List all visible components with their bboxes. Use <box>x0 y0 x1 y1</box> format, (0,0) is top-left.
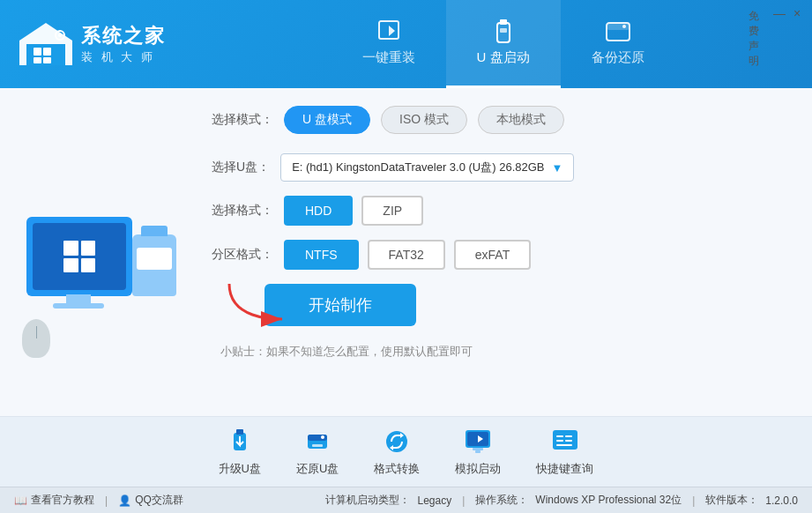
nav-tabs: 一键重装 U 盘启动 备份还原 <box>194 0 812 88</box>
format-selector-row: 选择格式： HDD ZIP <box>212 196 777 226</box>
logo-icon <box>18 21 74 67</box>
simulate-boot-label: 模拟启动 <box>455 461 501 477</box>
minimize-button[interactable]: — <box>771 5 787 21</box>
svg-marker-9 <box>389 26 395 36</box>
usb-drive-illustration <box>132 234 176 296</box>
tip-text: 小贴士：如果不知道怎么配置，使用默认配置即可 <box>220 344 777 360</box>
toolbar-simulate-boot[interactable]: 模拟启动 <box>455 428 501 477</box>
logo-subtitle: 装 机 大 师 <box>81 49 166 65</box>
partition-btn-group: NTFS FAT32 exFAT <box>284 240 531 270</box>
reinstall-icon <box>375 19 403 44</box>
partition-ntfs-button[interactable]: NTFS <box>284 240 359 270</box>
svg-rect-18 <box>236 429 243 435</box>
monitor-base <box>53 303 104 309</box>
logo-text: 系统之家 装 机 大 师 <box>81 23 166 65</box>
start-btn-row: 开始制作 <box>212 284 777 326</box>
svg-rect-37 <box>556 444 572 446</box>
toolbar-restore-usb[interactable]: 还原U盘 <box>296 428 339 477</box>
upgrade-usb-label: 升级U盘 <box>219 461 261 477</box>
restore-usb-label: 还原U盘 <box>296 461 339 477</box>
divider-1: | <box>105 494 108 507</box>
upgrade-usb-icon <box>224 428 256 456</box>
simulate-boot-icon <box>462 428 494 456</box>
backup-icon <box>604 19 632 44</box>
format-btn-group: HDD ZIP <box>284 196 423 226</box>
svg-rect-14 <box>607 23 629 30</box>
format-label: 选择格式： <box>212 203 273 219</box>
divider-2: | <box>462 494 465 507</box>
usb-selector-label: 选择U盘： <box>212 160 270 175</box>
svg-rect-11 <box>500 19 507 25</box>
windows-logo <box>63 241 95 272</box>
os-value: Windows XP Professional 32位 <box>535 493 682 508</box>
shortcut-query-icon <box>549 428 581 456</box>
qq-label: QQ交流群 <box>135 493 183 508</box>
svg-rect-36 <box>565 440 572 442</box>
usb-dropdown-value: E: (hd1) KingstonDataTraveler 3.0 (U盘) 2… <box>292 160 544 175</box>
svg-rect-23 <box>312 444 323 447</box>
qq-item[interactable]: 👤 QQ交流群 <box>118 493 183 508</box>
mode-label: 选择模式： <box>212 112 273 128</box>
partition-exfat-button[interactable]: exFAT <box>454 240 531 270</box>
tab-reinstall-label: 一键重装 <box>362 49 415 66</box>
svg-rect-5 <box>43 57 51 63</box>
shortcut-query-label: 快捷键查询 <box>536 461 593 477</box>
usb-dropdown[interactable]: E: (hd1) KingstonDataTraveler 3.0 (U盘) 2… <box>280 153 574 182</box>
close-button[interactable]: × <box>789 5 805 21</box>
computer-illustration <box>18 217 176 358</box>
qq-icon: 👤 <box>118 494 131 507</box>
partition-selector-row: 分区格式： NTFS FAT32 exFAT <box>212 240 777 270</box>
tab-reinstall[interactable]: 一键重装 <box>332 0 446 88</box>
mode-selector-row: 选择模式： U 盘模式 ISO 模式 本地模式 <box>212 106 777 134</box>
tab-usb[interactable]: U 盘启动 <box>446 0 561 88</box>
mouse-illustration <box>22 319 50 358</box>
free-notice-label: 免费声明 <box>749 9 759 69</box>
tab-backup-label: 备份还原 <box>592 49 644 66</box>
svg-rect-31 <box>475 450 480 453</box>
toolbar-upgrade-usb[interactable]: 升级U盘 <box>219 428 261 477</box>
os-label: 操作系统： <box>475 493 528 508</box>
format-convert-label: 格式转换 <box>374 461 420 477</box>
status-bar: 📖 查看官方教程 | 👤 QQ交流群 计算机启动类型： Legacy | 操作系… <box>0 487 812 513</box>
logo-area: 系统之家 装 机 大 师 <box>0 21 194 67</box>
boot-type-value: Legacy <box>417 494 451 507</box>
mode-iso-button[interactable]: ISO 模式 <box>381 106 467 134</box>
tutorial-item[interactable]: 📖 查看官方教程 <box>14 493 94 508</box>
red-arrow-icon <box>220 275 291 328</box>
svg-rect-4 <box>34 57 41 63</box>
monitor <box>26 217 132 296</box>
dropdown-arrow-icon: ▼ <box>552 161 563 175</box>
partition-label: 分区格式： <box>212 247 273 263</box>
svg-rect-33 <box>556 435 563 437</box>
svg-rect-12 <box>500 28 507 33</box>
boot-type-label: 计算机启动类型： <box>325 493 410 508</box>
svg-rect-3 <box>43 48 51 56</box>
format-zip-button[interactable]: ZIP <box>361 196 423 226</box>
usb-icon <box>489 19 518 44</box>
bottom-toolbar: 升级U盘 还原U盘 格式转换 <box>0 416 812 487</box>
format-hdd-button[interactable]: HDD <box>284 196 353 226</box>
svg-rect-35 <box>556 440 563 442</box>
format-convert-icon <box>381 428 413 456</box>
svg-rect-32 <box>553 430 577 450</box>
mode-local-button[interactable]: 本地模式 <box>478 106 564 134</box>
svg-rect-2 <box>34 48 41 56</box>
tutorial-icon: 📖 <box>14 494 27 507</box>
svg-point-22 <box>321 435 324 439</box>
mode-usb-button[interactable]: U 盘模式 <box>284 106 370 134</box>
svg-point-24 <box>386 431 407 452</box>
usb-selector-row: 选择U盘： E: (hd1) KingstonDataTraveler 3.0 … <box>212 153 777 182</box>
divider-3: | <box>692 494 695 507</box>
version-value: 1.2.0.0 <box>765 494 798 507</box>
tab-usb-label: U 盘启动 <box>477 49 530 66</box>
toolbar-shortcut-query[interactable]: 快捷键查询 <box>536 428 593 477</box>
restore-usb-icon <box>302 428 333 456</box>
svg-rect-30 <box>473 448 483 450</box>
tab-backup[interactable]: 备份还原 <box>561 0 675 88</box>
header: 系统之家 装 机 大 师 一键重装 U 盘启动 <box>0 0 812 88</box>
svg-rect-34 <box>565 435 572 437</box>
partition-fat32-button[interactable]: FAT32 <box>368 240 445 270</box>
logo-title: 系统之家 <box>81 23 166 49</box>
toolbar-format-convert[interactable]: 格式转换 <box>374 428 420 477</box>
svg-point-15 <box>622 25 626 28</box>
